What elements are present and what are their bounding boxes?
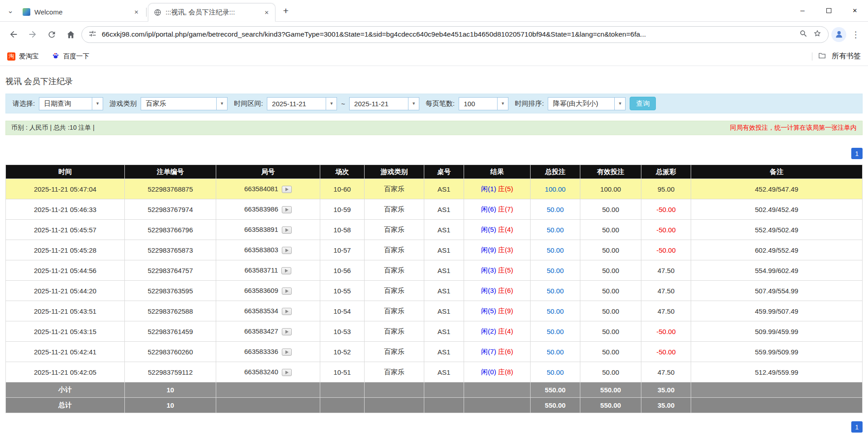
cell-total-bet-link[interactable]: 50.00 bbox=[531, 220, 580, 240]
cell-result: 闲(3) 庄(6) bbox=[464, 281, 531, 301]
tab-welcome[interactable]: Welcome ✕ bbox=[17, 3, 145, 21]
cell-total-bet-link[interactable]: 50.00 bbox=[531, 281, 580, 301]
subtotal-cell bbox=[464, 382, 531, 398]
result-banker: 庄(7) bbox=[498, 205, 513, 213]
cell-result: 闲(7) 庄(6) bbox=[464, 342, 531, 362]
cell-note: 512.49/559.99 bbox=[691, 362, 863, 382]
column-header: 结果 bbox=[464, 165, 531, 179]
bookmark-star-icon[interactable] bbox=[813, 29, 822, 40]
url-text[interactable]: 66cxkj98.com/ipl/portal.php/game/betreco… bbox=[102, 30, 794, 38]
cell-total-bet-link[interactable]: 100.00 bbox=[531, 179, 580, 199]
profile-avatar[interactable] bbox=[831, 27, 846, 42]
bookmark-baidu[interactable]: 百度一下 bbox=[52, 52, 90, 61]
cell-time: 2025-11-21 05:43:51 bbox=[6, 301, 125, 321]
maximize-button[interactable] bbox=[816, 0, 842, 21]
page-size-select[interactable]: 100 ▼ bbox=[459, 97, 508, 110]
bookmark-taobao[interactable]: 淘 爱淘宝 bbox=[7, 52, 39, 61]
replay-icon[interactable] bbox=[282, 349, 292, 356]
subtotal-cell: 550.00 bbox=[531, 382, 580, 398]
sort-order-select[interactable]: 降幂(由大到小) ▼ bbox=[548, 97, 626, 110]
reload-button[interactable] bbox=[43, 26, 60, 42]
cell-payout: 95.00 bbox=[641, 179, 691, 199]
tab-search-button[interactable]: ⌄ bbox=[4, 4, 17, 18]
table-row: 2025-11-21 05:42:41522983760260663583336… bbox=[6, 342, 863, 362]
replay-icon[interactable] bbox=[282, 226, 292, 234]
column-header: 备注 bbox=[691, 165, 863, 179]
cell-total-bet-link[interactable]: 50.00 bbox=[531, 342, 580, 362]
total-cell bbox=[365, 398, 424, 413]
cell-total-bet-link[interactable]: 50.00 bbox=[531, 321, 580, 342]
total-cell bbox=[320, 398, 365, 413]
replay-icon[interactable] bbox=[282, 369, 292, 376]
cell-result: 闲(6) 庄(7) bbox=[464, 199, 531, 220]
cell-game-type: 百家乐 bbox=[365, 342, 424, 362]
close-button[interactable]: ✕ bbox=[842, 0, 868, 21]
round-id-text: 663583803 bbox=[244, 246, 278, 254]
cell-session: 10-56 bbox=[320, 260, 365, 281]
table-row: 2025-11-21 05:46:33522983767974663583986… bbox=[6, 199, 863, 220]
cell-total-bet-link[interactable]: 50.00 bbox=[531, 240, 580, 260]
address-bar[interactable]: 66cxkj98.com/ipl/portal.php/game/betreco… bbox=[81, 26, 829, 43]
cell-result: 闲(5) 庄(9) bbox=[464, 301, 531, 321]
welcome-favicon-icon bbox=[23, 8, 30, 16]
all-bookmarks[interactable]: 所有书签 bbox=[812, 51, 861, 61]
replay-icon[interactable] bbox=[282, 206, 292, 213]
site-info-icon[interactable] bbox=[88, 29, 97, 40]
cell-total-bet-link[interactable]: 50.00 bbox=[531, 301, 580, 321]
cell-game-type: 百家乐 bbox=[365, 321, 424, 342]
subtotal-cell bbox=[320, 382, 365, 398]
new-tab-button[interactable]: + bbox=[279, 4, 293, 18]
chevron-down-icon: ▼ bbox=[497, 98, 508, 110]
cell-round-id: 663583534 bbox=[216, 301, 320, 321]
cell-total-bet-link[interactable]: 50.00 bbox=[531, 260, 580, 281]
replay-icon[interactable] bbox=[282, 328, 292, 335]
subtotal-cell: 550.00 bbox=[580, 382, 641, 398]
date-from-select[interactable]: 2025-11-21 ▼ bbox=[267, 97, 337, 110]
cell-valid-bet: 50.00 bbox=[580, 199, 641, 220]
menu-kebab-icon[interactable]: ⋮ bbox=[849, 28, 863, 41]
table-row: 2025-11-21 05:42:05522983759112663583240… bbox=[6, 362, 863, 382]
replay-icon[interactable] bbox=[282, 308, 292, 315]
total-cell bbox=[424, 398, 464, 413]
cell-valid-bet: 50.00 bbox=[580, 260, 641, 281]
search-button[interactable]: 查询 bbox=[630, 97, 656, 110]
cell-bet-id: 522983762588 bbox=[125, 301, 216, 321]
cell-game-type: 百家乐 bbox=[365, 199, 424, 220]
date-to-select[interactable]: 2025-11-21 ▼ bbox=[349, 97, 419, 110]
replay-icon[interactable] bbox=[282, 247, 292, 254]
round-id-text: 663583336 bbox=[244, 348, 278, 355]
cell-table-no: AS1 bbox=[424, 260, 464, 281]
result-banker: 庄(5) bbox=[498, 266, 513, 274]
date-from-value: 2025-11-21 bbox=[267, 98, 326, 110]
minimize-button[interactable]: ─ bbox=[789, 0, 816, 21]
game-type-label: 游戏类别 bbox=[109, 99, 137, 108]
bet-table-head-row: 时间注单编号局号场次游戏类别桌号结果总投注有效投注总派彩备注 bbox=[6, 165, 863, 179]
page-number-button[interactable]: 1 bbox=[851, 148, 863, 159]
cell-result: 闲(1) 庄(5) bbox=[464, 179, 531, 199]
tab-close-icon[interactable]: ✕ bbox=[132, 7, 141, 17]
round-id-text: 663583240 bbox=[244, 368, 278, 376]
back-button[interactable] bbox=[5, 26, 22, 42]
tab-close-icon[interactable]: ✕ bbox=[262, 8, 271, 17]
chevron-down-icon: ▼ bbox=[408, 98, 419, 110]
cell-game-type: 百家乐 bbox=[365, 301, 424, 321]
forward-button[interactable] bbox=[24, 26, 41, 42]
total-cell: 35.00 bbox=[641, 398, 691, 413]
replay-icon[interactable] bbox=[282, 287, 292, 295]
replay-icon[interactable] bbox=[281, 267, 291, 274]
cell-total-bet-link[interactable]: 50.00 bbox=[531, 199, 580, 220]
cell-total-bet-link[interactable]: 50.00 bbox=[531, 362, 580, 382]
query-type-select[interactable]: 日期查询 ▼ bbox=[39, 97, 103, 110]
table-row: 2025-11-21 05:47:04522983768875663584081… bbox=[6, 179, 863, 199]
zoom-icon[interactable] bbox=[799, 29, 808, 40]
cell-bet-id: 522983760260 bbox=[125, 342, 216, 362]
replay-icon[interactable] bbox=[282, 186, 292, 193]
cell-round-id: 663583609 bbox=[216, 281, 320, 301]
game-type-select[interactable]: 百家乐 ▼ bbox=[141, 97, 228, 110]
tab-betrecord[interactable]: :::视讯, 会员下注纪录::: ✕ bbox=[148, 3, 275, 22]
page-number-button[interactable]: 1 bbox=[851, 421, 863, 433]
folder-icon bbox=[818, 51, 826, 61]
round-id-text: 663583891 bbox=[244, 226, 278, 233]
home-button[interactable] bbox=[62, 26, 79, 42]
cell-payout: 47.50 bbox=[641, 362, 691, 382]
